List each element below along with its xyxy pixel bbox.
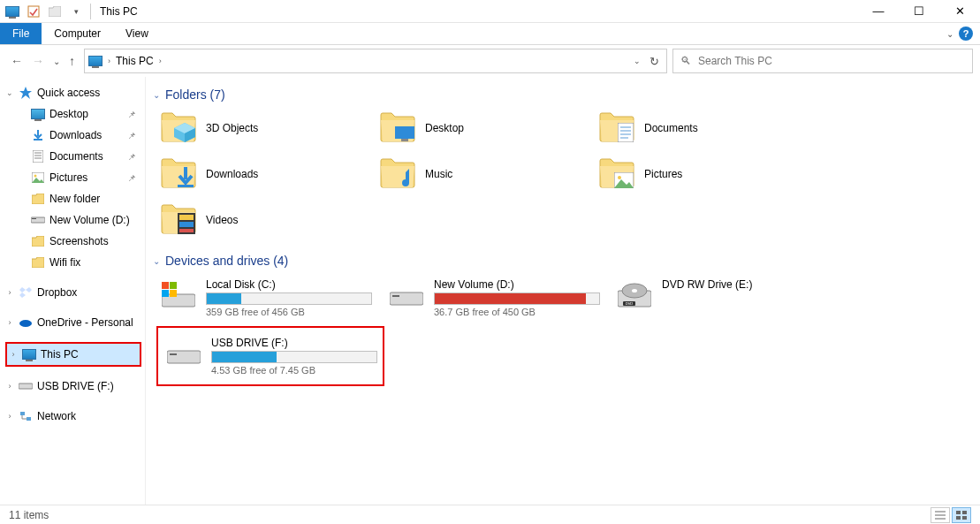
refresh-button[interactable]: ↻ [650,55,659,68]
svg-rect-49 [962,516,967,520]
svg-rect-41 [167,351,201,363]
tree-label: New folder [49,193,100,205]
tree-new-volume-d[interactable]: New Volume (D:) [0,209,145,231]
pin-icon: 📌︎ [127,152,136,162]
tree-label: USB DRIVE (F:) [37,380,114,392]
minimize-button[interactable]: — [858,0,899,23]
search-box[interactable]: 🔍︎ [672,49,973,73]
tree-this-pc[interactable]: › This PC [7,344,140,365]
chevron-right-icon[interactable]: › [108,57,110,65]
group-drives-header[interactable]: ⌄ Devices and drives (4) [153,254,975,268]
back-button[interactable]: ← [11,54,23,68]
window-controls: — ☐ ✕ [858,0,980,23]
tree-onedrive[interactable]: › OneDrive - Personal [0,312,145,333]
svg-rect-47 [962,511,967,514]
capacity-bar [211,351,377,363]
capacity-bar [434,292,600,305]
drive-icon: DVD [616,278,653,314]
folder-item[interactable]: Videos [156,199,367,241]
folders-grid: 3D Objects Desktop Documents Downloads M… [156,107,975,241]
chevron-down-icon[interactable]: ⌄ [153,90,160,100]
content-pane: ⌄ Folders (7) 3D Objects Desktop Documen… [146,77,980,505]
tab-file[interactable]: File [0,23,42,44]
chevron-down-icon[interactable]: ⌄ [153,256,160,266]
downloads-icon [30,129,46,141]
tree-wifi-fix[interactable]: Wifi fix [0,252,145,273]
drive-item[interactable]: Local Disk (C:)359 GB free of 456 GB [156,273,376,323]
chevron-down-icon[interactable]: ⌄ [5,88,14,97]
folder-item[interactable]: Pictures [595,153,805,195]
drive-free-text: 36.7 GB free of 450 GB [434,307,600,317]
svg-rect-30 [162,282,169,289]
svg-rect-13 [20,412,25,415]
pin-icon: 📌︎ [127,131,136,140]
tree-new-folder[interactable]: New folder [0,188,145,209]
forward-button[interactable]: → [32,54,44,68]
svg-rect-10 [32,218,36,219]
ribbon-expand-icon[interactable]: ⌄ [946,29,953,39]
tree-label: Screenshots [49,235,109,247]
folder-name: Documents [644,122,698,134]
drive-name: Local Disk (C:) [206,278,372,291]
app-icon[interactable] [4,3,21,20]
drive-item[interactable]: DVDDVD RW Drive (E:) [612,273,832,323]
svg-rect-3 [33,150,43,163]
svg-point-24 [618,176,621,179]
svg-rect-2 [34,139,42,140]
nav-row: ← → ⌄ ↑ › This PC › ⌄ ↻ 🔍︎ [0,45,980,77]
tree-downloads[interactable]: Downloads 📌︎ [0,125,145,146]
search-input[interactable] [698,55,965,67]
svg-point-8 [34,175,37,178]
folder-item[interactable]: Downloads [156,153,367,195]
dropbox-icon [18,287,34,298]
addr-history-dropdown[interactable]: ⌄ [634,57,641,65]
tree-dropbox[interactable]: › Dropbox [0,282,145,303]
tree-usb-drive[interactable]: › USB DRIVE (F:) [0,376,145,397]
folder-item[interactable]: Music [376,153,586,195]
tree-pictures[interactable]: Pictures 📌︎ [0,167,145,188]
close-button[interactable]: ✕ [939,0,980,23]
chevron-right-icon[interactable]: › [159,57,162,65]
folder-name: Desktop [425,122,464,134]
qat-properties[interactable] [25,3,42,20]
documents-icon [30,150,46,163]
tab-view[interactable]: View [113,23,161,44]
breadcrumb[interactable]: This PC [116,55,154,67]
drive-item[interactable]: New Volume (D:)36.7 GB free of 450 GB [384,273,604,323]
tree-documents[interactable]: Documents 📌︎ [0,146,145,167]
folder-item[interactable]: Documents [595,107,805,149]
qat-customize[interactable]: ▾ [67,3,85,20]
pictures-icon [30,172,46,183]
view-details-button[interactable] [931,507,950,523]
chevron-right-icon[interactable]: › [9,350,18,359]
drives-grid: Local Disk (C:)359 GB free of 456 GBNew … [156,273,975,386]
view-large-icons-button[interactable] [952,507,971,523]
qat-new-folder[interactable] [46,3,64,20]
group-folders-header[interactable]: ⌄ Folders (7) [153,87,975,102]
drive-item[interactable]: USB DRIVE (F:)4.53 GB free of 7.45 GB [162,331,381,381]
chevron-right-icon[interactable]: › [5,318,14,327]
up-button[interactable]: ↑ [69,54,75,68]
address-bar[interactable]: › This PC › ⌄ ↻ [84,49,667,73]
folder-item[interactable]: 3D Objects [156,107,367,149]
tree-desktop[interactable]: Desktop 📌︎ [0,103,145,125]
drive-icon [160,278,197,314]
drive-icon [165,337,202,372]
tree-quick-access[interactable]: ⌄ Quick access [0,82,145,103]
pin-icon: 📌︎ [127,173,136,183]
help-icon[interactable]: ? [959,27,973,41]
tree-network[interactable]: › Network [0,406,145,427]
tab-computer[interactable]: Computer [42,23,113,44]
svg-rect-32 [162,290,169,297]
chevron-right-icon[interactable]: › [5,382,14,391]
svg-text:DVD: DVD [626,301,634,306]
folder-name: 3D Objects [206,122,258,134]
tree-screenshots[interactable]: Screenshots [0,231,145,252]
maximize-button[interactable]: ☐ [899,0,939,23]
recent-dropdown[interactable]: ⌄ [53,57,60,66]
search-icon: 🔍︎ [680,55,691,67]
folder-item[interactable]: Desktop [376,107,586,149]
chevron-right-icon[interactable]: › [5,412,14,421]
chevron-right-icon[interactable]: › [5,288,14,297]
quick-access-icon [18,86,34,100]
